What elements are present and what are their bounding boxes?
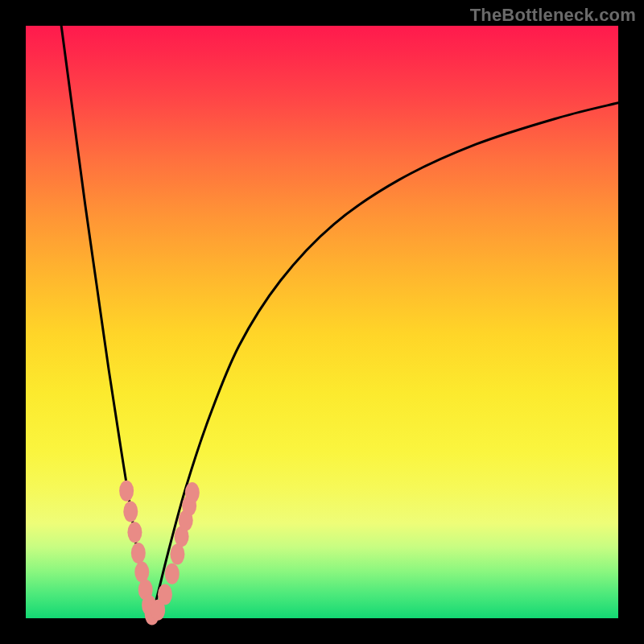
marker-group — [119, 481, 200, 625]
marker-dot — [123, 502, 138, 522]
watermark-text: TheBottleneck.com — [470, 5, 636, 26]
right-curve — [151, 103, 618, 618]
chart-frame: TheBottleneck.com — [0, 0, 644, 644]
chart-svg — [26, 26, 618, 618]
marker-dot — [131, 543, 146, 564]
marker-dot — [170, 544, 184, 565]
marker-dot — [185, 482, 200, 503]
marker-dot — [134, 562, 149, 583]
marker-dot — [119, 481, 134, 502]
marker-dot — [127, 522, 142, 543]
marker-dot — [165, 564, 180, 584]
marker-dot — [158, 584, 172, 605]
